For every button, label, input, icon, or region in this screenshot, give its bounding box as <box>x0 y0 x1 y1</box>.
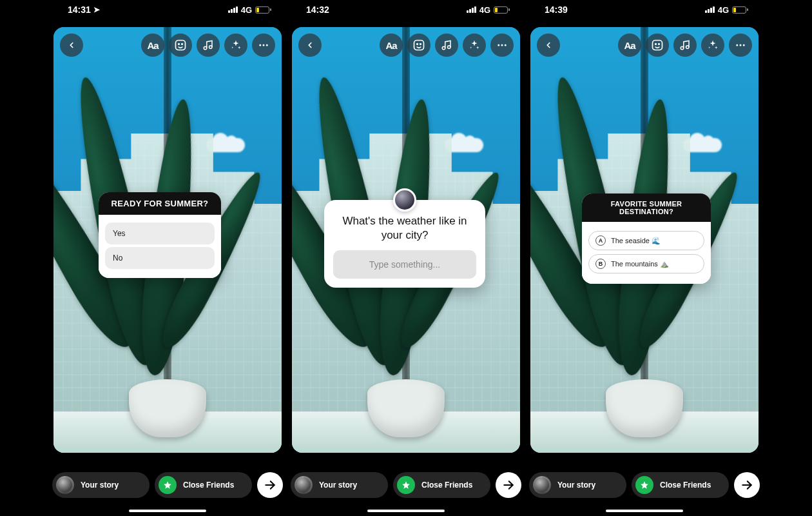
svg-point-13 <box>448 46 451 49</box>
svg-point-1 <box>179 44 180 45</box>
svg-point-24 <box>740 45 742 46</box>
location-arrow-icon: ➤ <box>93 5 100 14</box>
music-icon <box>202 39 214 51</box>
network-label: 4G <box>718 5 729 15</box>
send-button[interactable] <box>257 472 283 498</box>
signal-icon <box>705 6 715 13</box>
svg-point-6 <box>263 45 265 46</box>
close-friends-label: Close Friends <box>660 481 711 490</box>
quiz-option[interactable]: A The seaside 🌊 <box>588 231 704 250</box>
your-story-label: Your story <box>319 481 357 490</box>
svg-point-5 <box>259 45 261 46</box>
question-avatar <box>393 188 416 212</box>
svg-point-4 <box>209 46 213 49</box>
question-sticker[interactable]: What's the weather like in your city? Ty… <box>324 200 485 288</box>
home-indicator[interactable] <box>606 510 683 512</box>
your-story-button[interactable]: Your story <box>52 472 150 498</box>
poll-sticker[interactable]: READY FOR SUMMER? Yes No <box>99 192 221 278</box>
quiz-letter: B <box>595 259 606 269</box>
back-button[interactable] <box>60 34 83 57</box>
music-icon <box>441 39 452 51</box>
quiz-option-label: The mountains ⛰️ <box>611 260 669 268</box>
question-input[interactable]: Type something... <box>333 250 476 279</box>
star-icon <box>397 476 415 494</box>
svg-point-14 <box>498 45 499 46</box>
send-button[interactable] <box>496 472 521 498</box>
story-canvas[interactable]: Aa READY FOR SUMMER? <box>53 27 282 453</box>
more-tool-button[interactable] <box>490 34 514 57</box>
sticker-icon <box>412 39 425 52</box>
arrow-right-icon <box>740 479 753 491</box>
sparkle-icon <box>469 39 480 51</box>
more-icon <box>258 39 269 51</box>
story-canvas[interactable]: Aa What's the weath <box>292 27 520 453</box>
poll-option[interactable]: No <box>105 247 215 269</box>
music-icon <box>679 39 691 51</box>
status-bar: 14:31 ➤ 4G 19 <box>48 0 287 19</box>
home-indicator[interactable] <box>129 510 206 512</box>
close-friends-label: Close Friends <box>421 481 472 490</box>
status-time: 14:31 <box>68 5 91 15</box>
text-tool-button[interactable]: Aa <box>380 34 403 57</box>
close-friends-button[interactable]: Close Friends <box>155 472 252 498</box>
close-friends-button[interactable]: Close Friends <box>393 472 490 498</box>
effects-tool-button[interactable] <box>224 34 247 57</box>
text-icon: Aa <box>385 40 396 51</box>
back-button[interactable] <box>298 34 322 57</box>
svg-point-11 <box>420 44 421 45</box>
send-button[interactable] <box>734 472 760 498</box>
svg-rect-0 <box>176 41 186 50</box>
screen-quiz: 14:39 4G 17 <box>525 0 764 516</box>
sparkle-icon <box>707 39 719 51</box>
screen-poll: 14:31 ➤ 4G 19 <box>48 0 287 516</box>
sticker-tool-button[interactable] <box>169 34 192 57</box>
sticker-tool-button[interactable] <box>407 34 430 57</box>
svg-point-12 <box>442 46 445 50</box>
svg-point-22 <box>686 46 690 49</box>
your-story-button[interactable]: Your story <box>529 472 626 498</box>
signal-icon <box>467 6 476 13</box>
quiz-letter: A <box>595 235 606 246</box>
svg-point-19 <box>655 44 657 45</box>
more-tool-button[interactable] <box>729 34 752 57</box>
battery-icon: 19 <box>494 6 510 14</box>
music-tool-button[interactable] <box>435 34 458 57</box>
text-tool-button[interactable]: Aa <box>141 34 164 57</box>
svg-point-25 <box>743 45 745 46</box>
text-icon: Aa <box>147 40 158 51</box>
quiz-title: FAVORITE SUMMER DESTINATION? <box>582 194 711 222</box>
your-story-button[interactable]: Your story <box>291 472 388 498</box>
poll-title: READY FOR SUMMER? <box>99 192 221 215</box>
effects-tool-button[interactable] <box>463 34 486 57</box>
quiz-sticker[interactable]: FAVORITE SUMMER DESTINATION? A The seasi… <box>582 194 711 284</box>
more-icon <box>735 39 746 51</box>
poll-option[interactable]: Yes <box>105 223 215 244</box>
svg-point-7 <box>266 45 268 46</box>
svg-point-3 <box>204 46 207 50</box>
close-friends-button[interactable]: Close Friends <box>632 472 729 498</box>
your-story-label: Your story <box>81 481 119 490</box>
sticker-icon <box>651 39 664 52</box>
svg-point-10 <box>417 44 418 45</box>
music-tool-button[interactable] <box>673 34 697 57</box>
sticker-tool-button[interactable] <box>646 34 669 57</box>
quiz-option[interactable]: B The mountains ⛰️ <box>588 254 704 273</box>
back-button[interactable] <box>537 34 560 57</box>
sparkle-icon <box>230 39 242 51</box>
music-tool-button[interactable] <box>197 34 220 57</box>
star-icon <box>635 476 653 494</box>
close-friends-label: Close Friends <box>183 481 234 490</box>
status-bar: 14:32 4G 19 <box>287 0 525 19</box>
network-label: 4G <box>241 5 252 15</box>
home-indicator[interactable] <box>367 510 445 512</box>
text-tool-button[interactable]: Aa <box>618 34 641 57</box>
status-time: 14:39 <box>545 5 568 15</box>
text-icon: Aa <box>624 40 635 51</box>
effects-tool-button[interactable] <box>701 34 724 57</box>
more-icon <box>496 39 508 51</box>
svg-point-15 <box>501 45 503 46</box>
network-label: 4G <box>479 5 490 15</box>
more-tool-button[interactable] <box>252 34 275 57</box>
svg-rect-9 <box>414 41 424 50</box>
story-canvas[interactable]: Aa FAVORITE SUMMER DESTINATI <box>530 27 759 453</box>
